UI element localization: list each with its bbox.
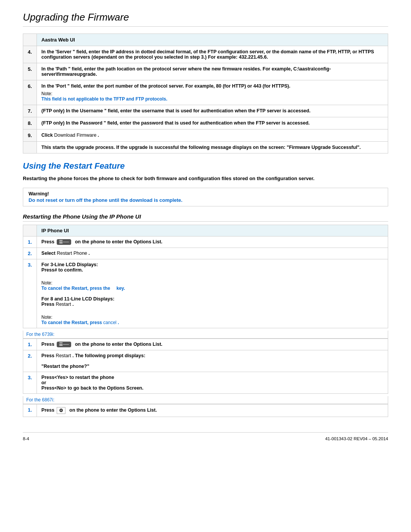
- footer-page-number: 8-4: [23, 436, 29, 441]
- steps-6867i-table: 1. Press ⚙ on the phone to enter the Opt…: [23, 404, 388, 417]
- row-num-7: 7.: [23, 105, 37, 117]
- note-text-3b: To cancel the Restart, press cancel .: [41, 320, 383, 325]
- aastra-web-ui-header: Aastra Web UI: [37, 34, 388, 46]
- ip-phone-ui-table: IP Phone UI 1. Press ☰── on the phone to…: [23, 225, 388, 328]
- table-row: 3. For 3-Line LCD Displays: Press# to co…: [23, 259, 388, 328]
- note-label-6: Note:: [41, 91, 383, 96]
- steps-6739i-table: 1. Press ☰── on the phone to enter the O…: [23, 339, 388, 394]
- row-content-8: (FTP only) In the Password " field, ente…: [37, 117, 388, 129]
- table-row: 4. In the 'Server " field, enter the IP …: [23, 46, 388, 63]
- bottom-note-num: [23, 142, 37, 153]
- table-row: 7. (FTP only) In the Username " field, e…: [23, 105, 388, 117]
- row-num-8: 8.: [23, 117, 37, 129]
- table-row: 3. Press<Yes> to restart the phone or Pr…: [23, 372, 388, 393]
- step-6739-content-2: Press Restart . The following prompt dis…: [37, 350, 388, 372]
- warning-box: Warning! Do not reset or turn off the ph…: [23, 188, 388, 206]
- page-title: Upgrading the Firmware: [23, 11, 388, 23]
- note-label-3: Note:: [41, 280, 383, 286]
- table-row: 2. Select Restart Phone .: [23, 248, 388, 259]
- step-6739-content-3: Press<Yes> to restart the phone or Press…: [37, 372, 388, 393]
- gear-icon: ⚙: [57, 407, 65, 414]
- sub-heading: Restarting the Phone Using the IP Phone …: [23, 213, 388, 222]
- step-content-2: Select Restart Phone .: [37, 248, 388, 259]
- table-row: 9. Click Download Firmware .: [23, 129, 388, 142]
- row-content-7: (FTP only) In the Username " field, ente…: [37, 105, 388, 117]
- step-num-2: 2.: [23, 248, 37, 259]
- step-6739-content-1: Press ☰── on the phone to enter the Opti…: [37, 339, 388, 350]
- bottom-note-content: This starts the upgrade process. If the …: [37, 142, 388, 153]
- step-6867-content-1: Press ⚙ on the phone to enter the Option…: [37, 404, 388, 417]
- row-num-5: 5.: [23, 63, 37, 80]
- step-num-1: 1.: [23, 236, 37, 248]
- row-content-4: In the 'Server " field, enter the IP add…: [37, 46, 388, 63]
- step-6739-num-2: 2.: [23, 350, 37, 372]
- step-num-3: 3.: [23, 259, 37, 328]
- warning-text: Do not reset or turn off the phone until…: [29, 197, 382, 203]
- step-content-3: For 3-Line LCD Displays: Press# to confi…: [37, 259, 388, 328]
- ip-phone-ui-header: IP Phone UI: [37, 225, 388, 236]
- row-content-6: In the 'Port " field, enter the port num…: [37, 80, 388, 105]
- section-heading: Using the Restart Feature: [23, 161, 388, 171]
- ip-ui-header-num: [23, 225, 37, 236]
- note-text-3: To cancel the Restart, press the key.: [41, 286, 383, 291]
- note-text-6: This field is not applicable to the TFTP…: [41, 96, 383, 102]
- header-num-cell: [23, 34, 37, 46]
- warning-label: Warning!: [29, 191, 382, 197]
- step-6739-num-3: 3.: [23, 372, 37, 393]
- table-row: 6. In the 'Port " field, enter the port …: [23, 80, 388, 105]
- step-6867-num-1: 1.: [23, 404, 37, 417]
- aastra-web-ui-table: Aastra Web UI 4. In the 'Server " field,…: [23, 34, 388, 153]
- for-6867i-label: For the 6867i:: [23, 396, 388, 404]
- options-button-icon-2: ☰──: [57, 342, 71, 347]
- options-button-icon: ☰──: [57, 239, 71, 245]
- step-6739-num-1: 1.: [23, 339, 37, 350]
- row-num-6: 6.: [23, 80, 37, 105]
- table-row: 1. Press ⚙ on the phone to enter the Opt…: [23, 404, 388, 417]
- table-row: 8. (FTP only) In the Password " field, e…: [23, 117, 388, 129]
- table-row: 1. Press ☰── on the phone to enter the O…: [23, 236, 388, 248]
- for-6739i-label: For the 6739i:: [23, 331, 388, 339]
- row-num-4: 4.: [23, 46, 37, 63]
- top-divider: [23, 26, 388, 27]
- step-content-1: Press ☰── on the phone to enter the Opti…: [37, 236, 388, 248]
- row-num-9: 9.: [23, 129, 37, 142]
- row-content-5: In the 'Path " field, enter the path loc…: [37, 63, 388, 80]
- page-footer: 8-4 41-001343-02 REV04 – 05.2014: [23, 432, 388, 441]
- table-row: 1. Press ☰── on the phone to enter the O…: [23, 339, 388, 350]
- row-content-9: Click Download Firmware .: [37, 129, 388, 142]
- table-row: 2. Press Restart . The following prompt …: [23, 350, 388, 372]
- table-row-bottom-note: This starts the upgrade process. If the …: [23, 142, 388, 153]
- note-label-3b: Note:: [41, 315, 383, 320]
- footer-revision: 41-001343-02 REV04 – 05.2014: [325, 436, 388, 441]
- table-row: 5. In the 'Path " field, enter the path …: [23, 63, 388, 80]
- section-intro: Restarting the phone forces the phone to…: [23, 175, 388, 182]
